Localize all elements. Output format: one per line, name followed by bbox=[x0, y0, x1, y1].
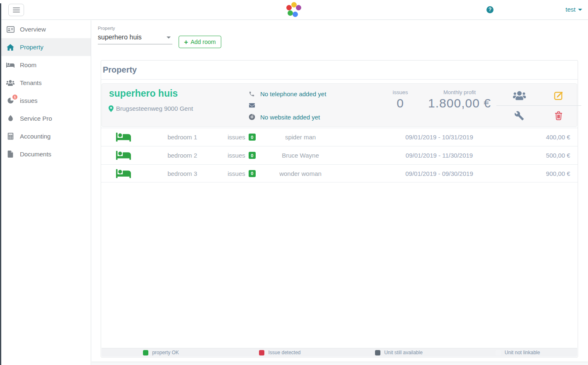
room-issues-label: issues bbox=[227, 152, 245, 159]
calculator-icon bbox=[6, 133, 15, 140]
gray-swatch bbox=[375, 350, 380, 355]
room-row[interactable]: bedroom 2 issues0 Bruce Wayne 09/01/2019… bbox=[101, 146, 578, 164]
logo-dot-purple bbox=[296, 5, 301, 10]
divider bbox=[536, 105, 581, 106]
issues-stat: issues 0 bbox=[393, 89, 408, 110]
sidebar: Overview Property Room Tenants 1 issues … bbox=[0, 20, 91, 365]
user-menu[interactable]: test bbox=[566, 6, 582, 13]
map-pin-icon bbox=[109, 105, 114, 112]
logo-dot-blue bbox=[293, 12, 298, 17]
plus-icon: + bbox=[184, 39, 188, 46]
wrench-icon bbox=[514, 111, 524, 121]
hamburger-menu-button[interactable] bbox=[8, 4, 24, 16]
globe-icon bbox=[248, 114, 256, 120]
add-room-button[interactable]: + Add room bbox=[179, 36, 221, 48]
room-issues-badge: 0 bbox=[249, 152, 256, 159]
property-summary-card: superhero huis Brugsesteenweg 9000 Gent … bbox=[102, 83, 577, 127]
property-select-field: Property superhero huis bbox=[98, 26, 172, 44]
room-rental-period: 09/01/2019 - 09/30/2019 bbox=[377, 170, 501, 177]
sidebar-item-label: Documents bbox=[20, 151, 51, 158]
property-name: superhero huis bbox=[109, 88, 178, 99]
service-button[interactable] bbox=[514, 108, 524, 124]
website-row: No website added yet bbox=[248, 111, 326, 123]
sidebar-item-label: Room bbox=[20, 61, 36, 68]
room-issues: issues0 bbox=[219, 152, 264, 159]
room-issues-label: issues bbox=[227, 134, 245, 141]
sidebar-item-label: Property bbox=[20, 44, 44, 51]
room-tenant: wonder woman bbox=[264, 170, 336, 177]
users-icon bbox=[513, 90, 526, 101]
property-select-label: Property bbox=[98, 26, 172, 31]
bed-icon[interactable] bbox=[116, 168, 131, 180]
panel-title: Property bbox=[103, 65, 137, 75]
topbar: ? test bbox=[0, 0, 588, 20]
website-text: No website added yet bbox=[260, 114, 320, 121]
status-legend: property OK Issue detected Unit still av… bbox=[102, 348, 577, 357]
room-name: bedroom 2 bbox=[146, 152, 219, 159]
logo-dot-green bbox=[288, 10, 293, 16]
legend-label: Issue detected bbox=[268, 350, 300, 355]
edit-property-button[interactable] bbox=[554, 88, 564, 103]
sidebar-item-documents[interactable]: Documents bbox=[0, 145, 91, 163]
bed-icon[interactable] bbox=[116, 131, 131, 143]
property-select-value: superhero huis bbox=[98, 34, 142, 41]
property-tools-right bbox=[536, 88, 581, 124]
bed-icon bbox=[6, 62, 15, 68]
logo-dot-red bbox=[286, 5, 292, 10]
room-row[interactable]: bedroom 1 issues0 spider man 09/01/2019 … bbox=[101, 128, 578, 146]
sidebar-item-property[interactable]: Property bbox=[0, 38, 91, 56]
telephone-row: No telephone added yet bbox=[248, 88, 326, 100]
property-select[interactable]: superhero huis bbox=[98, 31, 172, 44]
delete-property-button[interactable] bbox=[554, 108, 563, 124]
address-card-icon bbox=[6, 26, 15, 33]
divider bbox=[101, 79, 578, 80]
sidebar-item-overview[interactable]: Overview bbox=[0, 20, 91, 38]
legend-label: Unit still available bbox=[384, 350, 423, 355]
room-price: 500,00 € bbox=[501, 152, 578, 159]
light-swatch bbox=[496, 350, 501, 355]
room-issues-badge: 0 bbox=[249, 134, 256, 141]
issues-stat-label: issues bbox=[393, 89, 408, 95]
sidebar-item-issues[interactable]: 1 issues bbox=[0, 92, 91, 110]
sidebar-item-tenants[interactable]: Tenants bbox=[0, 74, 91, 92]
room-issues: issues0 bbox=[219, 170, 264, 177]
home-icon bbox=[6, 44, 15, 51]
legend-label: property OK bbox=[152, 350, 179, 355]
property-address-text: Brugsesteenweg 9000 Gent bbox=[116, 105, 193, 112]
bed-icon[interactable] bbox=[116, 149, 131, 161]
user-menu-label: test bbox=[566, 6, 576, 13]
sidebar-item-service-pro[interactable]: Service Pro bbox=[0, 110, 91, 127]
room-row[interactable]: bedroom 3 issues0 wonder woman 09/01/201… bbox=[101, 164, 578, 182]
sidebar-item-label: Service Pro bbox=[20, 115, 52, 122]
sidebar-item-room[interactable]: Room bbox=[0, 56, 91, 74]
monthly-profit-label: Monthly profit bbox=[428, 89, 491, 95]
monthly-profit-value: 1.800,00 € bbox=[428, 96, 491, 110]
chevron-down-icon bbox=[578, 9, 582, 11]
users-icon bbox=[6, 80, 15, 86]
main-content: Property superhero huis + Add room Prope… bbox=[92, 20, 588, 365]
phone-icon bbox=[248, 91, 256, 97]
room-tenant: spider man bbox=[264, 134, 336, 141]
green-swatch bbox=[143, 350, 148, 355]
sidebar-item-label: Overview bbox=[20, 26, 46, 33]
trash-icon bbox=[554, 111, 563, 121]
room-issues-badge: 0 bbox=[249, 170, 256, 177]
legend-item-issue-detected: Issue detected bbox=[220, 350, 339, 355]
red-swatch bbox=[259, 350, 264, 355]
issues-stat-value: 0 bbox=[393, 96, 408, 110]
window-left-edge bbox=[0, 3, 1, 365]
sidebar-item-label: Accounting bbox=[20, 133, 51, 140]
help-icon[interactable]: ? bbox=[486, 6, 494, 13]
property-tools-left bbox=[496, 88, 542, 124]
edit-icon bbox=[554, 90, 564, 101]
divider bbox=[496, 105, 542, 106]
content-bottom-edge bbox=[92, 362, 588, 365]
legend-item-property-ok: property OK bbox=[102, 350, 220, 355]
pie-chart-icon: 1 bbox=[6, 97, 15, 104]
tenants-button[interactable] bbox=[513, 88, 526, 103]
room-price: 400,00 € bbox=[501, 134, 578, 141]
room-price: 900,00 € bbox=[501, 170, 578, 177]
droplet-icon bbox=[6, 115, 15, 122]
sidebar-item-accounting[interactable]: Accounting bbox=[0, 127, 91, 145]
sidebar-item-label: Tenants bbox=[20, 79, 42, 86]
